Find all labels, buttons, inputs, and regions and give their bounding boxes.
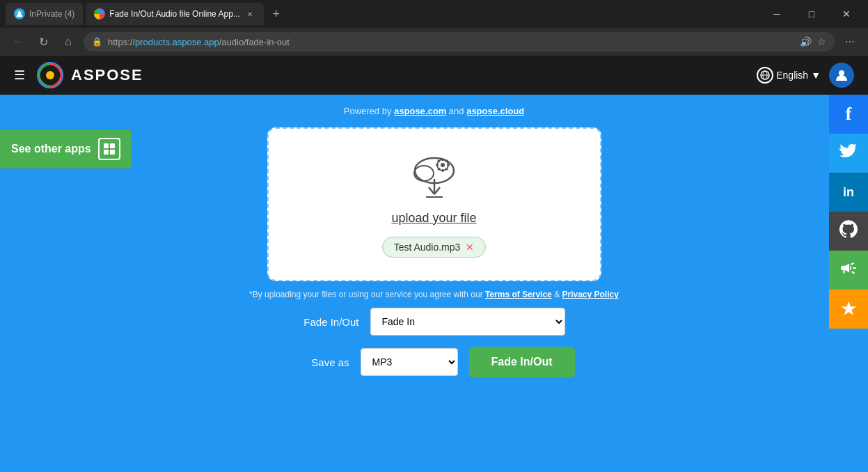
file-badge: Test Audio.mp3 ✕ [382,237,487,258]
announce-icon [839,259,858,281]
github-button[interactable] [829,212,868,251]
aspose-logo-icon [36,61,64,89]
fade-control-row: Fade In/Out Fade In Fade Out Fade In/Out [303,308,565,336]
powered-by-text: Powered by [344,106,392,116]
hamburger-menu[interactable]: ☰ [14,68,25,83]
see-other-apps-label: See other apps [11,143,91,155]
twitter-icon [839,143,858,163]
read-aloud-icon[interactable]: 🔊 [800,36,812,47]
file-name: Test Audio.mp3 [394,242,461,253]
tab-fade-inout[interactable]: Fade In/Out Audio file Online App... ✕ [86,3,263,25]
tab-close-button[interactable]: ✕ [244,8,255,19]
refresh-button[interactable]: ↻ [33,32,53,52]
address-text: https://products.aspose.app/audio/fade-i… [108,37,794,47]
language-label: English [776,70,808,81]
facebook-icon: f [846,104,852,125]
svg-rect-8 [110,143,115,148]
settings-icon[interactable]: ⋯ [840,32,860,52]
powered-by-and: and [449,106,464,116]
svg-point-12 [414,166,434,181]
terms-text: *By uploading your files or using our se… [249,290,619,299]
upload-box[interactable]: upload your file Test Audio.mp3 ✕ [267,127,601,281]
save-format-dropdown[interactable]: MP3 WAV OGG FLAC [361,348,458,376]
home-button[interactable]: ⌂ [58,32,78,52]
tab-inprivate[interactable]: InPrivate (4) [6,3,83,25]
linkedin-button[interactable]: in [829,173,868,212]
lock-icon: 🔒 [92,37,102,47]
window-controls: ─ □ ✕ [761,3,862,25]
twitter-button[interactable] [829,134,868,173]
language-selector[interactable]: English ▼ [757,67,821,84]
svg-point-6 [839,70,844,76]
aspose-cloud-link[interactable]: aspose.cloud [466,106,524,116]
user-avatar[interactable] [829,63,854,88]
apps-icon [98,138,120,160]
back-button[interactable]: ← [8,32,28,52]
controls-area: Fade In/Out Fade In Fade Out Fade In/Out… [294,308,575,377]
bookmark-icon[interactable]: ☆ [817,36,826,47]
file-remove-button[interactable]: ✕ [466,242,474,253]
minimize-button[interactable]: ─ [761,3,793,25]
nav-bar: ← ↻ ⌂ 🔒 https://products.aspose.app/audi… [0,28,868,56]
svg-rect-9 [104,150,109,155]
terms-of-service-link[interactable]: Terms of Service [485,290,552,299]
announce-button[interactable] [829,251,868,290]
svg-rect-7 [104,143,109,148]
terms-prefix: *By uploading your files or using our se… [249,290,483,299]
tab-fade-label: Fade In/Out Audio file Online App... [109,9,239,19]
svg-point-2 [46,71,54,79]
fade-label: Fade In/Out [303,316,359,328]
address-bar[interactable]: 🔒 https://products.aspose.app/audio/fade… [84,32,835,52]
svg-rect-10 [110,150,115,155]
terms-ampersand: & [554,290,562,299]
close-button[interactable]: ✕ [830,3,862,25]
inprivate-avatar [14,8,25,19]
star-icon: ★ [841,299,856,319]
fade-dropdown[interactable]: Fade In Fade Out Fade In/Out [370,308,565,336]
cloud-upload-icon [407,151,462,200]
logo-text: ASPOSE [71,66,143,84]
privacy-policy-link[interactable]: Privacy Policy [562,290,618,299]
linkedin-icon: in [843,185,854,200]
nav-tools: ⋯ [840,32,860,52]
see-other-apps-button[interactable]: See other apps [0,129,132,168]
svg-point-14 [441,163,445,167]
title-bar: InPrivate (4) Fade In/Out Audio file Onl… [0,0,868,28]
header-right: English ▼ [757,63,854,88]
app-header: ☰ ASPOSE English ▼ [0,56,868,95]
upload-link[interactable]: upload your file [391,211,476,226]
upload-icon-container [407,151,462,200]
language-dropdown-icon: ▼ [811,70,821,81]
powered-by: Powered by aspose.com and aspose.cloud [344,106,524,116]
fade-inout-button[interactable]: Fade In/Out [469,347,575,377]
aspose-com-link[interactable]: aspose.com [394,106,446,116]
globe-icon [757,67,773,84]
tab-inprivate-label: InPrivate (4) [29,9,74,19]
save-control-row: Save as MP3 WAV OGG FLAC Fade In/Out [294,347,575,377]
app-area: ☰ ASPOSE English ▼ [0,56,868,472]
star-button[interactable]: ★ [829,290,868,329]
tab-favicon [94,8,105,19]
new-tab-button[interactable]: + [267,4,286,24]
logo-area: ASPOSE [36,61,143,89]
main-content: See other apps Powered by aspose.com and… [0,95,868,472]
facebook-button[interactable]: f [829,95,868,134]
social-sidebar: f in [829,95,868,472]
save-as-label: Save as [294,356,349,368]
maximize-button[interactable]: □ [796,3,828,25]
github-icon [839,220,858,242]
